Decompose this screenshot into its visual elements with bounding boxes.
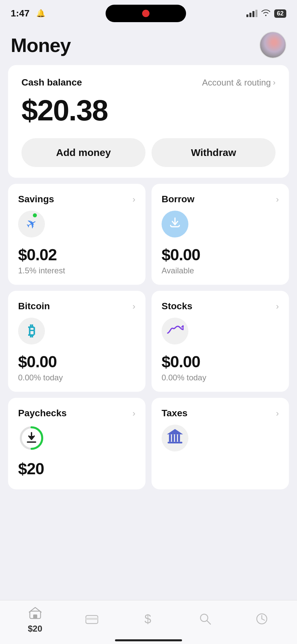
paychecks-icon-wrap — [18, 425, 45, 451]
savings-header: Savings › — [18, 194, 135, 205]
taxes-title: Taxes — [162, 408, 187, 419]
bitcoin-chevron-icon: › — [132, 301, 135, 312]
stocks-icon-wrap — [162, 318, 188, 344]
svg-line-18 — [262, 619, 264, 620]
page-title: Money — [11, 34, 71, 56]
paychecks-header: Paychecks › — [18, 408, 135, 419]
bitcoin-icon: ₿ — [28, 323, 35, 339]
nav-card[interactable] — [63, 613, 120, 628]
borrow-title: Borrow — [162, 194, 194, 205]
stocks-tile[interactable]: Stocks › $0.00 0.00% today — [152, 291, 289, 392]
svg-marker-8 — [167, 429, 183, 434]
savings-title: Savings — [18, 194, 54, 205]
savings-tile[interactable]: Savings › ✈ $0.02 1.5% interest — [8, 184, 145, 285]
cash-label: Cash balance — [21, 77, 82, 88]
nav-home[interactable]: $20 — [7, 606, 63, 634]
cash-actions: Add money Withdraw — [21, 138, 276, 167]
signal-bars — [246, 10, 257, 17]
svg-rect-5 — [175, 434, 177, 442]
withdraw-button[interactable]: Withdraw — [152, 138, 276, 167]
paycheck-ring-icon — [18, 425, 45, 451]
share-icon — [168, 215, 182, 233]
paychecks-title: Paychecks — [18, 408, 67, 419]
bitcoin-header: Bitcoin › — [18, 301, 135, 312]
bitcoin-stocks-row: Bitcoin › ₿ $0.00 0.00% today Stocks › — [8, 291, 289, 392]
bitcoin-tile[interactable]: Bitcoin › ₿ $0.00 0.00% today — [8, 291, 145, 392]
chevron-right-icon: › — [273, 78, 276, 87]
cash-card-top: Cash balance Account & routing › — [21, 77, 276, 88]
nav-home-amount: $20 — [28, 624, 42, 634]
taxes-icon-wrap — [162, 425, 188, 451]
borrow-sub: Available — [162, 266, 279, 275]
svg-line-15 — [207, 621, 211, 624]
clock-icon — [256, 613, 268, 628]
svg-rect-4 — [172, 434, 174, 442]
taxes-chevron-icon: › — [276, 408, 279, 419]
borrow-header: Borrow › — [162, 194, 279, 205]
government-icon — [166, 428, 184, 448]
main-content: Cash balance Account & routing › $20.38 … — [0, 62, 297, 523]
bottom-nav: $20 $ — [0, 600, 297, 644]
stocks-header: Stocks › — [162, 301, 279, 312]
savings-icon-wrap: ✈ — [18, 211, 45, 237]
borrow-amount: $0.00 — [162, 246, 279, 264]
svg-rect-2 — [27, 441, 36, 443]
dollar-icon: $ — [143, 612, 154, 628]
battery-icon: 62 — [274, 9, 286, 18]
account-routing-button[interactable]: Account & routing › — [202, 77, 276, 88]
nav-pay[interactable]: $ — [120, 612, 177, 628]
savings-borrow-row: Savings › ✈ $0.02 1.5% interest Borrow › — [8, 184, 289, 285]
svg-rect-10 — [33, 614, 37, 619]
savings-amount: $0.02 — [18, 246, 135, 264]
signal-bar-3 — [252, 11, 254, 17]
status-left: 1:47 🔔 — [11, 8, 45, 19]
paychecks-tile[interactable]: Paychecks › $20 — [8, 398, 145, 489]
card-icon — [85, 613, 98, 628]
paychecks-chevron-icon: › — [132, 408, 135, 419]
stocks-amount: $0.00 — [162, 353, 279, 371]
svg-rect-6 — [178, 434, 180, 442]
dynamic-island — [106, 5, 186, 22]
borrow-tile[interactable]: Borrow › $0.00 Available — [152, 184, 289, 285]
search-icon — [199, 613, 211, 628]
paychecks-amount: $20 — [18, 460, 135, 478]
status-right: 62 — [246, 9, 286, 18]
bitcoin-icon-wrap: ₿ — [18, 318, 45, 344]
home-icon — [29, 606, 42, 622]
home-indicator — [115, 639, 182, 641]
stocks-chart-icon — [166, 324, 184, 339]
signal-bar-2 — [249, 13, 251, 17]
taxes-tile[interactable]: Taxes › — [152, 398, 289, 489]
cash-balance-card: Cash balance Account & routing › $20.38 … — [8, 65, 289, 178]
avatar[interactable] — [259, 32, 286, 58]
bitcoin-amount: $0.00 — [18, 353, 135, 371]
status-bar: 1:47 🔔 62 — [0, 0, 297, 25]
savings-sub: 1.5% interest — [18, 266, 135, 275]
nav-activity[interactable] — [234, 613, 290, 628]
stocks-title: Stocks — [162, 301, 192, 312]
savings-chevron-icon: › — [132, 194, 135, 205]
stocks-sub: 0.00% today — [162, 373, 279, 382]
plane-icon: ✈ — [23, 215, 40, 233]
add-money-button[interactable]: Add money — [21, 138, 145, 167]
borrow-chevron-icon: › — [276, 194, 279, 205]
cash-amount: $20.38 — [21, 93, 276, 127]
taxes-header: Taxes › — [162, 408, 279, 419]
recording-dot — [142, 10, 150, 17]
paychecks-taxes-row: Paychecks › $20 Taxes › — [8, 398, 289, 489]
svg-rect-7 — [168, 442, 182, 443]
borrow-icon-wrap — [162, 211, 188, 237]
bell-icon: 🔔 — [36, 9, 45, 18]
page-header: Money — [0, 25, 297, 62]
svg-rect-3 — [169, 434, 171, 442]
bitcoin-title: Bitcoin — [18, 301, 50, 312]
svg-point-14 — [200, 614, 208, 622]
bitcoin-sub: 0.00% today — [18, 373, 135, 382]
svg-text:$: $ — [144, 612, 151, 625]
svg-rect-12 — [86, 618, 98, 620]
wifi-icon — [261, 9, 271, 18]
stocks-chevron-icon: › — [276, 301, 279, 312]
signal-bar-1 — [246, 14, 248, 17]
status-time: 1:47 — [11, 8, 29, 19]
nav-search[interactable] — [177, 613, 234, 628]
